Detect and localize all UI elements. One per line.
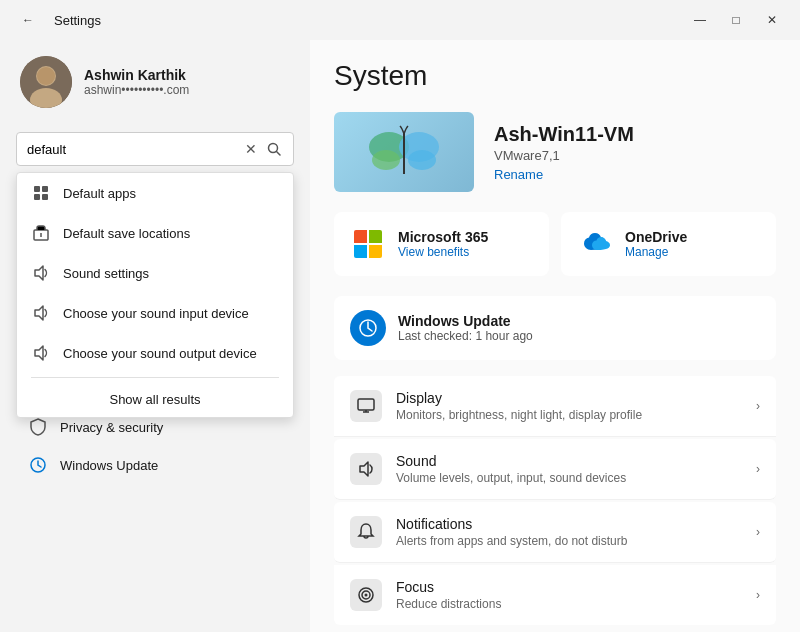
onedrive-icon bbox=[577, 226, 613, 262]
focus-name: Focus bbox=[396, 579, 501, 595]
search-dropdown: Default apps Default save locations Soun… bbox=[16, 172, 294, 418]
onedrive-card[interactable]: OneDrive Manage bbox=[561, 212, 776, 276]
microsoft-365-card[interactable]: Microsoft 365 View benefits bbox=[334, 212, 549, 276]
notifications-desc: Alerts from apps and system, do not dist… bbox=[396, 534, 627, 548]
focus-text: Focus Reduce distractions bbox=[396, 579, 501, 611]
dropdown-item-label: Default apps bbox=[63, 186, 136, 201]
search-box: ✕ bbox=[16, 132, 294, 166]
system-info: Ash-Win11-VM VMware7,1 Rename bbox=[334, 112, 776, 192]
svg-marker-12 bbox=[35, 266, 43, 280]
dropdown-item-sound-input[interactable]: Choose your sound input device bbox=[17, 293, 293, 333]
svg-point-39 bbox=[365, 594, 368, 597]
svg-rect-6 bbox=[34, 186, 40, 192]
sound-desc: Volume levels, output, input, sound devi… bbox=[396, 471, 626, 485]
focus-desc: Reduce distractions bbox=[396, 597, 501, 611]
privacy-security-icon bbox=[28, 418, 48, 436]
sound-chevron: › bbox=[756, 462, 760, 476]
app-title: Settings bbox=[54, 13, 101, 28]
focus-icon bbox=[350, 579, 382, 611]
app-container: Ashwin Karthik ashwin••••••••••.com ✕ bbox=[0, 40, 800, 632]
microsoft-365-icon bbox=[350, 226, 386, 262]
windows-update-subtitle: Last checked: 1 hour ago bbox=[398, 329, 533, 343]
search-submit-button[interactable] bbox=[265, 140, 283, 158]
dropdown-item-default-apps[interactable]: Default apps bbox=[17, 173, 293, 213]
windows-update-info: Windows Update Last checked: 1 hour ago bbox=[398, 313, 533, 343]
dropdown-item-sound-settings[interactable]: Sound settings bbox=[17, 253, 293, 293]
dropdown-item-sound-output[interactable]: Choose your sound output device bbox=[17, 333, 293, 373]
windows-update-icon bbox=[28, 456, 48, 474]
dropdown-item-default-save[interactable]: Default save locations bbox=[17, 213, 293, 253]
settings-item-focus[interactable]: Focus Reduce distractions › bbox=[334, 565, 776, 625]
settings-item-sound[interactable]: Sound Volume levels, output, input, soun… bbox=[334, 439, 776, 500]
svg-point-3 bbox=[37, 67, 55, 85]
sidebar: Ashwin Karthik ashwin••••••••••.com ✕ bbox=[0, 40, 310, 632]
system-thumbnail bbox=[334, 112, 474, 192]
svg-point-30 bbox=[408, 150, 436, 170]
maximize-button[interactable]: □ bbox=[720, 8, 752, 32]
rename-link[interactable]: Rename bbox=[494, 167, 634, 182]
onedrive-info: OneDrive Manage bbox=[625, 229, 687, 259]
svg-point-29 bbox=[372, 150, 400, 170]
user-profile[interactable]: Ashwin Karthik ashwin••••••••••.com bbox=[0, 40, 310, 124]
sound-text: Sound Volume levels, output, input, soun… bbox=[396, 453, 626, 485]
svg-marker-14 bbox=[35, 346, 43, 360]
svg-line-5 bbox=[277, 152, 281, 156]
sidebar-item-windows-update[interactable]: Windows Update bbox=[8, 446, 302, 484]
display-desc: Monitors, brightness, night light, displ… bbox=[396, 408, 642, 422]
display-chevron: › bbox=[756, 399, 760, 413]
search-input[interactable] bbox=[27, 142, 237, 157]
display-icon bbox=[350, 390, 382, 422]
sound-icon bbox=[350, 453, 382, 485]
svg-rect-7 bbox=[42, 186, 48, 192]
onedrive-name: OneDrive bbox=[625, 229, 687, 245]
microsoft-365-info: Microsoft 365 View benefits bbox=[398, 229, 488, 259]
show-all-results-button[interactable]: Show all results bbox=[17, 382, 293, 417]
svg-rect-8 bbox=[34, 194, 40, 200]
microsoft-365-action: View benefits bbox=[398, 245, 488, 259]
notifications-text: Notifications Alerts from apps and syste… bbox=[396, 516, 627, 548]
windows-update-title: Windows Update bbox=[398, 313, 533, 329]
default-apps-icon bbox=[31, 183, 51, 203]
sound-input-icon bbox=[31, 303, 51, 323]
sound-output-icon bbox=[31, 343, 51, 363]
dropdown-item-label: Choose your sound input device bbox=[63, 306, 249, 321]
svg-rect-9 bbox=[42, 194, 48, 200]
search-container: ✕ Default apps bbox=[0, 124, 310, 174]
dropdown-item-label: Choose your sound output device bbox=[63, 346, 257, 361]
windows-update-card-icon bbox=[350, 310, 386, 346]
titlebar: ← Settings — □ ✕ bbox=[0, 0, 800, 40]
notifications-chevron: › bbox=[756, 525, 760, 539]
default-save-icon bbox=[31, 223, 51, 243]
settings-item-display[interactable]: Display Monitors, brightness, night ligh… bbox=[334, 376, 776, 437]
settings-item-notifications[interactable]: Notifications Alerts from apps and syste… bbox=[334, 502, 776, 563]
notifications-icon bbox=[350, 516, 382, 548]
dropdown-item-label: Sound settings bbox=[63, 266, 149, 281]
windows-update-card[interactable]: Windows Update Last checked: 1 hour ago bbox=[334, 296, 776, 360]
avatar-image bbox=[20, 56, 72, 108]
titlebar-controls: — □ ✕ bbox=[684, 8, 788, 32]
sound-settings-icon bbox=[31, 263, 51, 283]
system-vm: VMware7,1 bbox=[494, 148, 634, 163]
display-text: Display Monitors, brightness, night ligh… bbox=[396, 390, 642, 422]
back-button[interactable]: ← bbox=[12, 8, 44, 32]
system-details: Ash-Win11-VM VMware7,1 Rename bbox=[494, 123, 634, 182]
user-name: Ashwin Karthik bbox=[84, 67, 189, 83]
avatar bbox=[20, 56, 72, 108]
close-button[interactable]: ✕ bbox=[756, 8, 788, 32]
dropdown-item-label: Default save locations bbox=[63, 226, 190, 241]
titlebar-left: ← Settings bbox=[12, 8, 101, 32]
focus-chevron: › bbox=[756, 588, 760, 602]
system-name: Ash-Win11-VM bbox=[494, 123, 634, 146]
sidebar-item-label: Windows Update bbox=[60, 458, 158, 473]
dropdown-divider bbox=[31, 377, 279, 378]
sound-name: Sound bbox=[396, 453, 626, 469]
main-content: System Ash-Win11-VM VMware7,1 Rename bbox=[310, 40, 800, 632]
settings-list: Display Monitors, brightness, night ligh… bbox=[334, 376, 776, 625]
sidebar-item-label: Privacy & security bbox=[60, 420, 163, 435]
svg-marker-13 bbox=[35, 306, 43, 320]
onedrive-action: Manage bbox=[625, 245, 687, 259]
search-clear-button[interactable]: ✕ bbox=[243, 139, 259, 159]
minimize-button[interactable]: — bbox=[684, 8, 716, 32]
page-title: System bbox=[334, 60, 776, 92]
display-name: Display bbox=[396, 390, 642, 406]
